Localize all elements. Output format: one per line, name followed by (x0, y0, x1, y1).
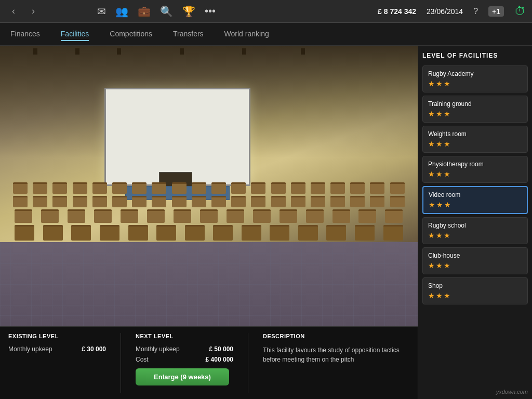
cost-row: Cost £ 400 000 (136, 356, 233, 363)
sidebar-title: LEVEL OF FACILITIES (422, 50, 528, 61)
nav-tabs: Finances Facilities Competitions Transfe… (0, 23, 532, 46)
team-icon[interactable]: 👥 (115, 5, 128, 18)
divider-2 (248, 333, 248, 393)
facility-name: Rugby Academy (428, 70, 522, 77)
back-button[interactable]: ‹ (6, 4, 21, 19)
search-icon[interactable]: 🔍 (160, 5, 173, 18)
facility-card-training-ground[interactable]: Training ground ★★★ (422, 96, 528, 123)
divider-1 (121, 333, 121, 393)
tab-competitions[interactable]: Competitions (110, 28, 152, 41)
mail-icon[interactable]: ✉ (97, 5, 106, 18)
cost-label: Cost (136, 356, 149, 363)
enlarge-button[interactable]: Enlarge (9 weeks) (136, 368, 229, 385)
tab-world-ranking[interactable]: World ranking (224, 28, 269, 41)
next-level-section: NEXT LEVEL Monthly upkeep £ 50 000 Cost … (136, 333, 233, 393)
notification-badge[interactable]: +1 (488, 6, 504, 17)
facility-stars: ★★★ (428, 231, 522, 240)
trophy-icon[interactable]: 🏆 (182, 5, 195, 18)
facility-card-club-house[interactable]: Club-house ★★★ (422, 247, 528, 274)
facility-name: Video room (429, 191, 522, 198)
projection-screen (104, 88, 250, 186)
existing-upkeep-label: Monthly upkeep (8, 345, 52, 353)
facility-card-weights-room[interactable]: Weights room ★★★ (422, 126, 528, 153)
facility-name: Shop (428, 282, 522, 289)
right-sidebar: LEVEL OF FACILITIES Rugby Academy ★★★ Tr… (418, 46, 532, 399)
facility-name: Weights room (428, 130, 522, 138)
top-bar: ‹ › ✉ 👥 💼 🔍 🏆 ••• £ 8 724 342 23/06/2014… (0, 0, 532, 23)
facility-card-video-room[interactable]: Video room ★★★ (422, 186, 528, 214)
tab-facilities[interactable]: Facilities (61, 28, 89, 41)
date-display: 23/06/2014 (427, 7, 463, 16)
facility-name: Rugby school (428, 222, 522, 229)
facility-stars: ★★★ (428, 110, 522, 118)
status-icon: ⏱ (514, 5, 526, 18)
facility-stars: ★★★ (428, 261, 522, 270)
briefcase-icon[interactable]: 💼 (138, 5, 151, 18)
next-level-title: NEXT LEVEL (136, 333, 233, 339)
facility-card-physiotherapy-room[interactable]: Physiotherapy room ★★★ (422, 156, 528, 183)
description-title: DESCRIPTION (263, 333, 409, 339)
facility-stars: ★★★ (429, 201, 522, 209)
description-text: This facility favours the study of oppos… (263, 345, 409, 364)
next-upkeep-row: Monthly upkeep £ 50 000 (136, 345, 233, 353)
existing-level-section: EXISTING LEVEL Monthly upkeep £ 30 000 (8, 333, 106, 393)
nav-controls: ‹ › (6, 4, 92, 19)
cost-value: £ 400 000 (206, 356, 233, 363)
facility-stars: ★★★ (428, 79, 522, 88)
existing-upkeep-value: £ 30 000 (82, 345, 106, 353)
facility-name: Club-house (428, 252, 522, 259)
watermark: yxdown.com (496, 389, 528, 395)
facility-name: Physiotherapy room (428, 161, 522, 168)
description-section: DESCRIPTION This facility favours the st… (263, 333, 409, 393)
facility-image (0, 46, 418, 326)
forward-button[interactable]: › (26, 4, 41, 19)
facility-stars: ★★★ (428, 291, 522, 300)
more-icon[interactable]: ••• (205, 5, 216, 17)
facility-stars: ★★★ (428, 140, 522, 148)
tab-transfers[interactable]: Transfers (173, 28, 204, 41)
info-panel: EXISTING LEVEL Monthly upkeep £ 30 000 N… (0, 326, 418, 399)
existing-upkeep-row: Monthly upkeep £ 30 000 (8, 345, 106, 353)
money-display: £ 8 724 342 (378, 7, 416, 16)
facility-name: Training ground (428, 100, 522, 108)
main-layout: EXISTING LEVEL Monthly upkeep £ 30 000 N… (0, 46, 532, 399)
existing-level-title: EXISTING LEVEL (8, 333, 106, 339)
facility-stars: ★★★ (428, 170, 522, 178)
facility-card-rugby-school[interactable]: Rugby school ★★★ (422, 217, 528, 244)
toolbar-icons: ✉ 👥 💼 🔍 🏆 ••• (92, 5, 354, 18)
left-content: EXISTING LEVEL Monthly upkeep £ 30 000 N… (0, 46, 418, 399)
tab-finances[interactable]: Finances (10, 28, 40, 41)
next-upkeep-value: £ 50 000 (209, 345, 233, 353)
top-bar-info: £ 8 724 342 23/06/2014 ? +1 ⏱ (354, 5, 526, 18)
facility-card-rugby-academy[interactable]: Rugby Academy ★★★ (422, 65, 528, 92)
next-upkeep-label: Monthly upkeep (136, 345, 180, 353)
facility-card-shop[interactable]: Shop ★★★ (422, 277, 528, 304)
help-button[interactable]: ? (473, 7, 478, 16)
